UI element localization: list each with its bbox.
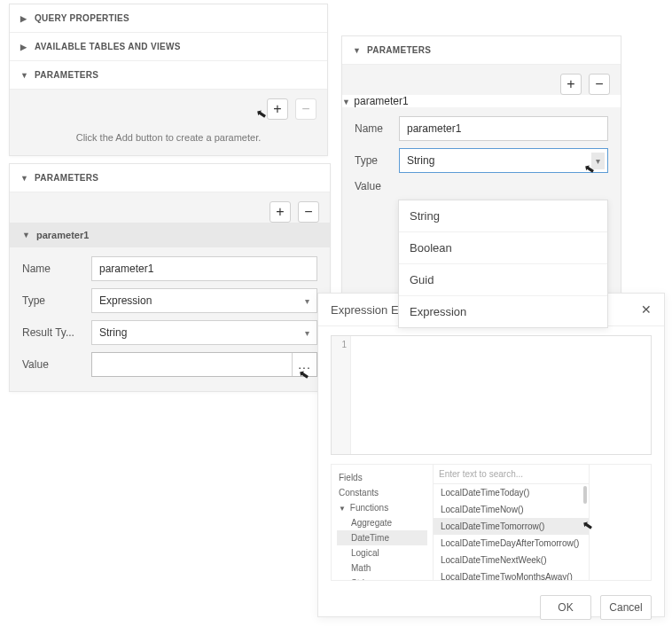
chevron-down-icon: ▼ [342,98,351,106]
type-dropdown: String Boolean Guid Expression [398,200,608,328]
parameter-item-header[interactable]: ▼ parameter1 [342,95,621,107]
value-input[interactable] [92,353,292,376]
result-type-label: Result Ty... [22,326,91,339]
function-item[interactable]: LocalDateTimeTwoMonthsAway() [434,568,589,580]
result-type-select[interactable]: String ▾ [91,320,317,345]
function-description-pane [589,465,651,580]
parameters-header[interactable]: ▼ PARAMETERS [342,36,621,65]
value-label: Value [22,358,91,371]
add-parameter-button[interactable]: + [267,98,288,120]
remove-parameter-button[interactable]: − [298,201,319,223]
type-select[interactable]: Expression ▾ [91,288,317,313]
query-properties-label: QUERY PROPERTIES [35,13,129,23]
type-label: Type [355,154,399,167]
type-value: Expression [99,294,152,307]
type-option-guid[interactable]: Guid [399,263,607,295]
parameters-header[interactable]: ▼ PARAMETERS [10,164,330,192]
function-item[interactable]: LocalDateTimeDayAfterTomorrow() [434,535,589,552]
name-input[interactable] [91,256,317,281]
value-label: Value [355,180,399,192]
chevron-down-icon: ▼ [339,505,348,513]
name-label: Name [355,122,399,135]
chevron-down-icon: ▼ [20,174,29,183]
tree-string[interactable]: String [337,576,427,580]
chevron-down-icon: ▾ [305,328,309,338]
chevron-down-icon: ▾ [305,296,309,306]
type-option-boolean[interactable]: Boolean [399,231,607,263]
add-parameter-button[interactable]: + [270,201,291,223]
chevron-down-icon: ▼ [20,71,29,80]
tree-functions[interactable]: ▼ Functions [337,500,427,515]
parameters-header[interactable]: ▼ PARAMETERS [10,61,327,90]
ok-button[interactable]: OK [540,595,591,620]
tree-constants[interactable]: Constants [337,485,427,500]
scrollbar-thumb[interactable] [583,486,587,504]
parameters-label: PARAMETERS [35,70,98,80]
chevron-right-icon: ▶ [20,14,29,23]
remove-parameter-button: − [295,98,316,120]
tree-math[interactable]: Math [337,560,427,576]
cancel-button[interactable]: Cancel [600,595,652,620]
chevron-right-icon: ▶ [20,43,29,51]
type-option-string[interactable]: String [399,200,607,231]
parameters-label: PARAMETERS [367,45,431,55]
name-input[interactable] [399,116,608,141]
code-editor[interactable] [351,336,651,454]
line-gutter: 1 [332,336,351,454]
tree-datetime[interactable]: DateTime [337,530,427,545]
add-parameter-button[interactable]: + [560,74,582,95]
parameters-panel-type-open: ▼ PARAMETERS + − ▼ parameter1 Name Type … [341,35,621,333]
query-builder-panel: ▶ QUERY PROPERTIES ▶ AVAILABLE TABLES AN… [9,4,328,156]
parameters-body-empty: + − Click the Add button to create a par… [10,90,327,155]
function-list-pane: Enter text to search... LocalDateTimeTod… [434,465,589,580]
chevron-down-icon: ▼ [22,231,31,239]
result-type-value: String [99,326,127,339]
chevron-down-icon: ▼ [353,46,362,55]
parameter-title: parameter1 [354,95,408,107]
chevron-down-icon: ▾ [591,153,605,169]
tree-logical[interactable]: Logical [337,545,427,560]
empty-parameters-hint: Click the Add button to create a paramet… [20,132,316,143]
expression-code-area[interactable]: 1 [331,335,652,455]
function-search-input[interactable]: Enter text to search... [434,465,589,484]
name-label: Name [22,263,91,275]
query-properties-header[interactable]: ▶ QUERY PROPERTIES [10,4,327,33]
value-ellipsis-button[interactable]: ... [292,353,316,376]
parameters-panel-expression: ▼ PARAMETERS + − ▼ parameter1 Name Type … [9,163,331,392]
type-label: Type [22,294,91,307]
function-item[interactable]: LocalDateTimeNextWeek() [434,552,589,568]
available-tables-header[interactable]: ▶ AVAILABLE TABLES AND VIEWS [10,33,327,61]
parameters-label: PARAMETERS [35,173,98,183]
type-value: String [407,154,434,167]
tree-fields[interactable]: Fields [337,470,427,485]
parameter-item-header[interactable]: ▼ parameter1 [10,223,330,247]
function-item[interactable]: LocalDateTimeNow() [434,501,589,518]
type-option-expression[interactable]: Expression [399,295,607,327]
parameter-title: parameter1 [36,230,89,240]
expression-editor-dialog: Expression Editor ✕ 1 Fields Constants ▼… [317,293,665,617]
function-item[interactable]: LocalDateTimeTomorrow() [434,518,589,535]
available-tables-label: AVAILABLE TABLES AND VIEWS [35,42,181,51]
remove-parameter-button[interactable]: − [589,74,610,95]
tree-aggregate[interactable]: Aggregate [337,515,427,530]
function-item[interactable]: LocalDateTimeToday() [434,484,589,501]
category-tree: Fields Constants ▼ Functions Aggregate D… [332,465,434,580]
close-icon[interactable]: ✕ [641,302,652,317]
type-select[interactable]: String ▾ [399,148,608,173]
